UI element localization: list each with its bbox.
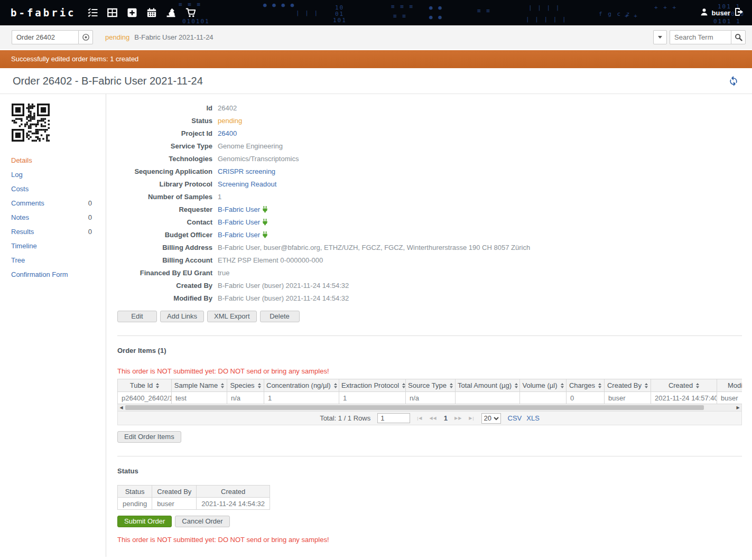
- sort-icon: [645, 383, 648, 388]
- prev-page-icon[interactable]: ◀◀: [429, 416, 437, 421]
- csv-export-link[interactable]: CSV: [508, 414, 522, 422]
- column-header-modified[interactable]: Modified: [717, 379, 742, 392]
- user-icon: [700, 8, 708, 17]
- sidebar-item-label: Log: [11, 167, 23, 182]
- sidebar-item-confirmation-form[interactable]: Confirmation Form: [0, 267, 106, 282]
- delete-button[interactable]: Delete: [260, 311, 300, 322]
- search-submit-button[interactable]: [731, 30, 746, 44]
- page-number-input[interactable]: [377, 413, 410, 423]
- project-id-link[interactable]: 26400: [218, 127, 237, 140]
- table-row: pending buser 2021-11-24 14:54:32: [118, 498, 270, 510]
- cell-concentration: 1: [264, 392, 339, 404]
- header-pattern-text: ● ● ● ●: [263, 2, 295, 8]
- order-items-warning: This order is NOT submitted yet: DO NOT …: [117, 367, 752, 375]
- sidebar-item-notes[interactable]: Notes0: [0, 210, 106, 225]
- bfabric-logo[interactable]: b-fabric: [11, 7, 76, 18]
- column-header-volume[interactable]: Volume (µl): [520, 379, 567, 392]
- column-header-tube-id[interactable]: Tube Id: [118, 379, 172, 392]
- order-subtitle-label: B-Fabric User 2021-11-24: [134, 33, 213, 41]
- order-items-heading: Order Items (1): [117, 347, 752, 354]
- header-pattern-text: | | | |: [528, 4, 560, 11]
- field-label: Modified By: [117, 292, 212, 305]
- column-header-extraction-protocol[interactable]: Extraction Protocol: [339, 379, 406, 392]
- order-items-table: Tube Id Sample Name Species Concentratio…: [117, 379, 742, 404]
- scroll-left-icon[interactable]: ◀: [119, 406, 124, 410]
- tasks-icon[interactable]: [88, 8, 98, 17]
- section-divider: [117, 456, 742, 456]
- first-page-icon[interactable]: |◀: [417, 416, 422, 421]
- plug-icon: [262, 219, 268, 226]
- column-header-species[interactable]: Species: [227, 379, 264, 392]
- last-page-icon[interactable]: ▶|: [469, 416, 474, 421]
- field-label: Billing Address: [117, 241, 212, 254]
- sidebar-item-results[interactable]: Results0: [0, 225, 106, 239]
- plus-square-icon[interactable]: [127, 8, 137, 17]
- column-header-created-by: Created By: [152, 486, 197, 498]
- header-pattern-text: + + +: [654, 4, 677, 11]
- header-pattern-text: ● ●: [429, 4, 443, 11]
- column-header-created-by[interactable]: Created By: [605, 379, 651, 392]
- library-protocol-link[interactable]: Screening Readout: [218, 178, 276, 191]
- sidebar-item-log[interactable]: Log: [0, 167, 106, 182]
- sort-icon: [696, 383, 699, 388]
- cell-total-amount: [456, 392, 520, 404]
- search-icon: [735, 33, 742, 41]
- sort-icon: [221, 383, 224, 388]
- field-value-id: 26402: [218, 102, 237, 115]
- scroll-right-icon[interactable]: ▶: [736, 406, 740, 410]
- submit-order-button[interactable]: Submit Order: [117, 516, 172, 527]
- field-label: Status: [117, 115, 212, 127]
- microscope-icon[interactable]: [166, 8, 177, 17]
- sidebar-item-label: Results: [11, 225, 34, 239]
- page-size-select[interactable]: 20: [481, 413, 501, 424]
- column-header-created[interactable]: Created: [651, 379, 717, 392]
- sidebar-item-count: 0: [88, 210, 92, 225]
- page-title: Order 26402 - B-Fabric User 2021-11-24: [13, 75, 203, 87]
- cell-tube-id[interactable]: p26400_26402/1: [118, 392, 172, 404]
- sidebar-item-costs[interactable]: Costs: [0, 182, 106, 196]
- sidebar-item-details[interactable]: Details: [0, 153, 106, 167]
- field-label: Id: [117, 102, 212, 115]
- add-links-button[interactable]: Add Links: [160, 311, 204, 322]
- field-value-billing-account: ETHZ PSP Element 0-000000-000: [218, 254, 323, 267]
- edit-order-items-button[interactable]: Edit Order Items: [117, 431, 181, 443]
- order-search-group: [12, 30, 93, 44]
- column-header-sample-name[interactable]: Sample Name: [172, 379, 227, 392]
- column-header-concentration[interactable]: Concentration (ng/µl): [264, 379, 339, 392]
- refresh-icon[interactable]: [728, 76, 739, 86]
- sign-out-icon[interactable]: [734, 7, 744, 18]
- sidebar-item-label: Notes: [11, 210, 29, 225]
- column-header-total-amount[interactable]: Total Amount (µg): [456, 379, 520, 392]
- sidebar: Details Log Costs Comments0 Notes0 Resul…: [0, 94, 106, 557]
- calendar-icon[interactable]: [146, 8, 157, 17]
- sidebar-item-timeline[interactable]: Timeline: [0, 239, 106, 253]
- cell-source-type: n/a: [406, 392, 456, 404]
- cancel-order-button[interactable]: Cancel Order: [175, 516, 229, 527]
- cart-icon[interactable]: [185, 8, 196, 17]
- column-header-charges[interactable]: Charges: [567, 379, 605, 392]
- scrollbar-thumb[interactable]: [125, 405, 704, 410]
- header-pattern-text: 0101 1: [713, 18, 741, 25]
- order-id-input[interactable]: [12, 30, 78, 44]
- table-icon[interactable]: [107, 8, 118, 17]
- cell-created: 2021-11-24 14:57:40: [651, 392, 717, 404]
- budget-officer-link[interactable]: B-Fabric User: [218, 229, 260, 241]
- edit-button[interactable]: Edit: [117, 311, 157, 322]
- column-header-source-type[interactable]: Source Type: [406, 379, 456, 392]
- xml-export-button[interactable]: XML Export: [207, 311, 256, 322]
- xls-export-link[interactable]: XLS: [526, 414, 540, 422]
- sequencing-application-link[interactable]: CRISPR screening: [218, 165, 275, 178]
- field-label: Created By: [117, 279, 212, 292]
- sidebar-item-comments[interactable]: Comments0: [0, 196, 106, 210]
- search-term-input[interactable]: [670, 30, 731, 44]
- next-page-icon[interactable]: ▶▶: [454, 416, 462, 421]
- field-label: Requester: [117, 203, 212, 216]
- search-category-dropdown[interactable]: [653, 30, 667, 44]
- pagination-bar: Total: 1 / 1 Rows |◀ ◀◀ 1 ▶▶ ▶| 20 CSV X…: [117, 412, 742, 425]
- order-goto-button[interactable]: [78, 30, 93, 44]
- top-nav: [88, 8, 196, 17]
- requester-link[interactable]: B-Fabric User: [218, 203, 260, 216]
- username-label: buser: [712, 9, 730, 17]
- sidebar-item-tree[interactable]: Tree: [0, 253, 106, 267]
- contact-link[interactable]: B-Fabric User: [218, 216, 260, 229]
